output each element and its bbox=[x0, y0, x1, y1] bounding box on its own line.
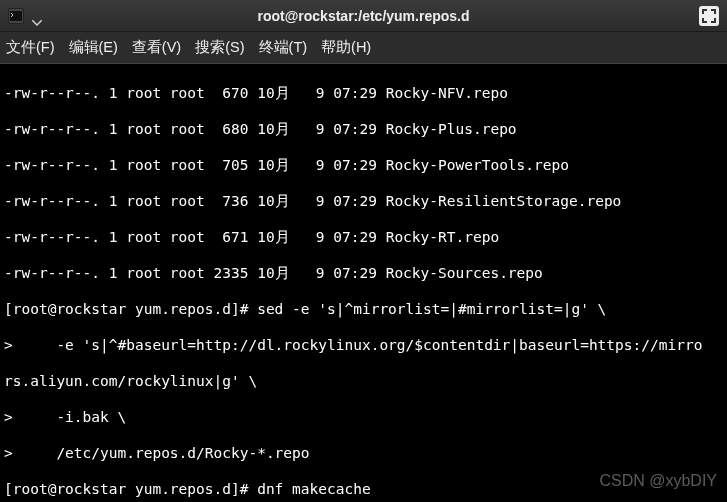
terminal-line: [root@rockstar yum.repos.d]# dnf makecac… bbox=[4, 480, 723, 498]
terminal-line: -rw-r--r--. 1 root root 2335 10月 9 07:29… bbox=[4, 264, 723, 282]
terminal-line: -rw-r--r--. 1 root root 705 10月 9 07:29 … bbox=[4, 156, 723, 174]
terminal-line: rs.aliyun.com/rockylinux|g' \ bbox=[4, 372, 723, 390]
titlebar: root@rockstar:/etc/yum.repos.d bbox=[0, 0, 727, 32]
terminal-line: -rw-r--r--. 1 root root 671 10月 9 07:29 … bbox=[4, 228, 723, 246]
menu-search[interactable]: 搜索(S) bbox=[195, 38, 244, 57]
terminal-line: > -i.bak \ bbox=[4, 408, 723, 426]
terminal-line: > /etc/yum.repos.d/Rocky-*.repo bbox=[4, 444, 723, 462]
chevron-down-icon[interactable] bbox=[32, 13, 42, 19]
window-title: root@rockstar:/etc/yum.repos.d bbox=[0, 8, 727, 24]
menu-help[interactable]: 帮助(H) bbox=[321, 38, 371, 57]
menu-terminal[interactable]: 终端(T) bbox=[259, 38, 308, 57]
terminal-output[interactable]: -rw-r--r--. 1 root root 670 10月 9 07:29 … bbox=[0, 64, 727, 502]
terminal-line: > -e 's|^#baseurl=http://dl.rockylinux.o… bbox=[4, 336, 723, 354]
terminal-line: -rw-r--r--. 1 root root 736 10月 9 07:29 … bbox=[4, 192, 723, 210]
menu-edit[interactable]: 编辑(E) bbox=[69, 38, 118, 57]
terminal-icon bbox=[8, 8, 24, 24]
terminal-line: -rw-r--r--. 1 root root 680 10月 9 07:29 … bbox=[4, 120, 723, 138]
expand-button[interactable] bbox=[699, 6, 719, 26]
terminal-line: -rw-r--r--. 1 root root 670 10月 9 07:29 … bbox=[4, 84, 723, 102]
terminal-line: [root@rockstar yum.repos.d]# sed -e 's|^… bbox=[4, 300, 723, 318]
menu-view[interactable]: 查看(V) bbox=[132, 38, 181, 57]
menubar: 文件(F) 编辑(E) 查看(V) 搜索(S) 终端(T) 帮助(H) bbox=[0, 32, 727, 64]
menu-file[interactable]: 文件(F) bbox=[6, 38, 55, 57]
